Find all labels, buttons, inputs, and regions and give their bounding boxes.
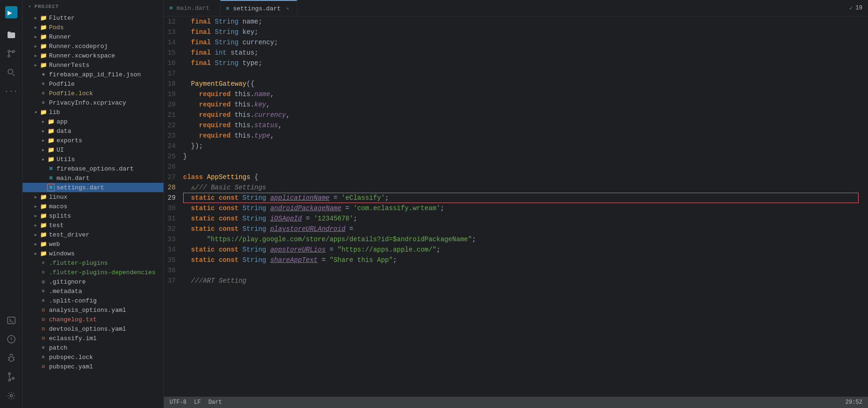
tab-main-dart-label: main.dart [177, 5, 210, 12]
status-line-ending[interactable]: LF [194, 399, 201, 406]
code-line-27: class AppSettings { [183, 172, 859, 182]
sidebar-item-gitignore[interactable]: ◎ .gitignore [23, 277, 163, 286]
tabs-bar: ⌘ main.dart ⌘ settings.dart ✕ ✓ 19 [164, 0, 868, 16]
sidebar-item-main-dart[interactable]: ⌘ main.dart [23, 173, 163, 183]
code-line-12: final String name; [183, 16, 859, 27]
more-icon[interactable]: ··· [3, 83, 20, 100]
sidebar-item-privacyinfo[interactable]: ≡ PrivacyInfo.xcprivacy [23, 98, 163, 107]
sidebar-item-runner[interactable]: ▶ 📁 Runner [23, 32, 163, 41]
sidebar-item-patch[interactable]: ≡ patch [23, 343, 163, 352]
folder-data-icon: 📁 [47, 127, 55, 135]
sidebar-item-windows-label: windows [49, 250, 75, 257]
sidebar-item-test-driver[interactable]: ▶ 📁 test_driver [23, 230, 163, 239]
sidebar-item-pods[interactable]: ▶ 📁 Pods [23, 23, 163, 32]
sidebar-item-analysis-yaml[interactable]: ⊡ analysis_options.yaml [23, 305, 163, 315]
split-config-icon: ≡ [40, 297, 47, 304]
folder-exports-icon: 📁 [47, 137, 55, 144]
tab-settings-dart-close[interactable]: ✕ [284, 5, 291, 12]
yaml-devtools-icon: ⊡ [40, 325, 47, 333]
git-bottom-icon[interactable] [3, 368, 20, 385]
sidebar-item-flutter-plugins-dep[interactable]: ≡ .flutter-plugins-dependencies [23, 268, 163, 277]
sidebar: ▾ Project ▶ 📁 Flutter ▶ 📁 Pods ▶ 📁 Runne… [23, 0, 164, 408]
sidebar-item-web[interactable]: ▶ 📁 web [23, 239, 163, 249]
sidebar-item-xcodeproj[interactable]: ▶ 📁 Runner.xcodeproj [23, 41, 163, 51]
status-line-col[interactable]: 29:52 [845, 399, 862, 406]
sidebar-item-test-label: test [49, 222, 64, 229]
folder-icon[interactable] [3, 26, 20, 43]
code-line-32: static const String playstoreURLAndroid … [183, 224, 859, 234]
sidebar-content: ▶ 📁 Flutter ▶ 📁 Pods ▶ 📁 Runner ▶ 📁 Runn… [23, 13, 163, 408]
sidebar-item-flutter-plugins[interactable]: ≡ .flutter-plugins [23, 258, 163, 268]
chevron-right-icon: ▶ [32, 240, 40, 248]
chevron-right-icon: ▶ [32, 250, 40, 257]
folder-splits-icon: 📁 [40, 212, 47, 220]
chevron-right-icon: ▶ [40, 155, 47, 163]
sidebar-item-flutter[interactable]: ▶ 📁 Flutter [23, 13, 163, 23]
flutter-plugins-dep-icon: ≡ [40, 269, 47, 276]
sidebar-item-podfile-lock[interactable]: ≡ Podfile.lock [23, 89, 163, 98]
sidebar-item-utils[interactable]: ▶ 📁 Utils [23, 155, 163, 164]
chevron-right-icon: ▶ [32, 203, 40, 210]
sidebar-item-exports[interactable]: ▶ 📁 exports [23, 136, 163, 145]
sidebar-item-main-dart-label: main.dart [57, 175, 89, 182]
sidebar-item-settings-dart-label: settings.dart [57, 184, 104, 191]
sidebar-item-firebase-dart[interactable]: ⌘ firebase_options.dart [23, 164, 163, 173]
terminal-icon[interactable] [3, 312, 20, 329]
folder-test-icon: 📁 [40, 221, 47, 229]
sidebar-item-ui[interactable]: ▶ 📁 UI [23, 145, 163, 155]
sidebar-item-changelog[interactable]: ⊡ changelog.txt [23, 315, 163, 324]
sidebar-item-podfile[interactable]: ≡ Podfile [23, 79, 163, 89]
sidebar-item-test[interactable]: ▶ 📁 test [23, 220, 163, 230]
checkmark-icon: ✓ [849, 5, 852, 12]
search-icon[interactable] [3, 64, 20, 81]
debug-icon[interactable] [3, 350, 20, 367]
folder-ui-icon: 📁 [47, 146, 55, 154]
sidebar-item-eclassify-iml-label: eclassify.iml [49, 335, 97, 342]
tab-settings-dart[interactable]: ⌘ settings.dart ✕ [220, 0, 297, 16]
sidebar-item-linux[interactable]: ▶ 📁 linux [23, 192, 163, 202]
git-icon[interactable] [3, 45, 20, 62]
sidebar-item-split-config[interactable]: ≡ .split-config [23, 296, 163, 305]
sidebar-item-data[interactable]: ▶ 📁 data [23, 126, 163, 136]
svg-point-11 [12, 377, 14, 379]
sidebar-item-runnertests[interactable]: ▶ 📁 RunnerTests [23, 60, 163, 70]
sidebar-item-macos[interactable]: ▶ 📁 macos [23, 202, 163, 211]
chevron-right-icon: ▶ [32, 221, 40, 229]
svg-point-2 [8, 50, 10, 52]
chevron-down-icon: ▾ [32, 108, 40, 116]
sidebar-item-lib[interactable]: ▾ 📁 lib [23, 107, 163, 117]
code-line-13: final String key; [183, 27, 859, 37]
sidebar-item-eclassify-iml[interactable]: ⊡ eclassify.iml [23, 334, 163, 343]
pubspec-lock-icon: ≡ [40, 353, 47, 361]
sidebar-item-lib-label: lib [49, 109, 60, 116]
sidebar-item-devtools-yaml[interactable]: ⊡ devtools_options.yaml [23, 324, 163, 334]
status-encoding[interactable]: UTF-8 [170, 399, 187, 406]
tab-main-dart[interactable]: ⌘ main.dart [164, 0, 220, 16]
sidebar-item-settings-dart[interactable]: ⌘ settings.dart [23, 183, 163, 192]
code-line-31: static const String iOSAppId = '12345678… [183, 213, 859, 224]
settings-bottom-icon[interactable] [3, 387, 20, 404]
sidebar-chevron[interactable]: ▾ [28, 4, 32, 9]
code-editor[interactable]: 12 13 14 15 16 17 18 19 20 21 22 23 24 2… [164, 16, 868, 397]
sidebar-item-split-config-label: .split-config [49, 297, 97, 304]
sidebar-item-pubspec-lock[interactable]: ≡ pubspec.lock [23, 352, 163, 362]
sidebar-item-splits[interactable]: ▶ 📁 splits [23, 211, 163, 220]
chevron-right-icon: ▶ [40, 146, 47, 154]
sidebar-item-firebase-json[interactable]: ⎈ firebase_app_id_file.json [23, 70, 163, 79]
sidebar-item-app[interactable]: ▶ 📁 app [23, 117, 163, 126]
code-line-35: static const String shareAppText = "Shar… [183, 255, 859, 265]
sidebar-item-pubspec-yaml-label: pubspec.yaml [49, 363, 93, 370]
svg-point-5 [8, 69, 13, 74]
project-icon[interactable]: ▶ [3, 4, 20, 21]
sidebar-item-windows[interactable]: ▶ 📁 windows [23, 249, 163, 258]
sidebar-item-macos-label: macos [49, 203, 67, 210]
changelog-icon: ⊡ [40, 316, 47, 323]
sidebar-item-metadata[interactable]: ≡ .metadata [23, 286, 163, 296]
chevron-right-icon: ▶ [32, 193, 40, 201]
sidebar-item-xcworkspace[interactable]: ▶ 📁 Runner.xcworkspace [23, 51, 163, 60]
folder-testdriver-icon: 📁 [40, 231, 47, 238]
problems-icon[interactable] [3, 331, 20, 348]
status-language[interactable]: Dart [208, 399, 222, 406]
svg-point-10 [8, 379, 10, 381]
sidebar-item-pubspec-yaml[interactable]: ⊡ pubspec.yaml [23, 362, 163, 371]
